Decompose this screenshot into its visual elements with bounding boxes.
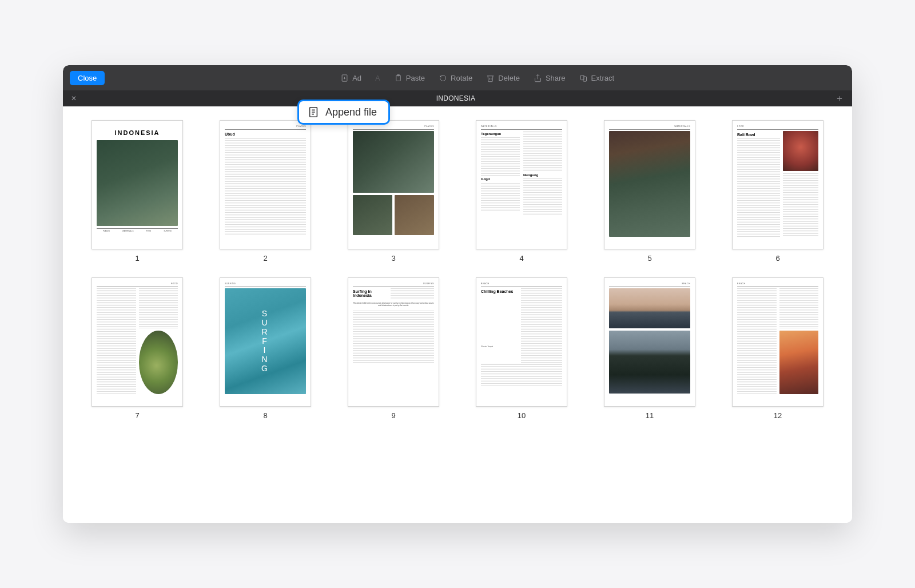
nav-tab: PLACES [103,231,110,233]
rotate-icon [439,74,447,82]
share-label: Share [546,74,566,82]
delete-label: Delete [498,74,520,82]
tab-bar: ✕ INDONESIA ＋ [63,90,852,106]
category-label: WATERFALLS [609,125,690,128]
page-number: 10 [518,411,526,420]
page-thumbnail[interactable]: PLACES [348,120,439,249]
page-heading: Ubud [225,132,306,137]
paste-button[interactable]: Paste [388,70,431,86]
page-thumbnail[interactable]: INDONESIA PLACES WATERFALLS FOOD SURFING [92,120,183,249]
append-file-label: Append file [325,106,377,118]
category-label: BEACH [737,283,818,285]
page-thumbnail[interactable]: PLACES Ubud [220,120,311,249]
page-cell: WATERFALLS 5 [592,120,707,263]
page-number: 7 [135,411,139,420]
page-thumbnail[interactable]: FOOD Bali Bowl [732,120,824,249]
page-heading: Bali Bowl [737,132,780,137]
share-icon [534,74,542,82]
page-cell: BEACH 11 [592,277,707,420]
subheading: Tegenungan [481,132,520,137]
page-number: 6 [775,254,779,263]
thumbnail-grid-area[interactable]: INDONESIA PLACES WATERFALLS FOOD SURFING… [63,106,852,523]
page-thumbnail[interactable]: SURFING SURFING [220,277,311,407]
extract-icon [579,74,588,82]
nav-tab: WATERFALLS [122,231,134,233]
add-label: Ad [352,74,361,82]
page-thumbnail[interactable]: WATERFALLS [604,120,695,249]
page-cell: BEACH 12 [721,277,835,420]
page-number: 5 [647,254,651,263]
append-file-callout[interactable]: Append file [297,100,390,125]
category-label: PLACES [225,125,306,128]
nav-tab: SURFING [164,231,172,233]
page-cell: PLACES Ubud 2 [208,120,323,263]
category-label: FOOD [737,125,818,128]
tab-title: INDONESIA [80,94,832,102]
trash-icon [486,74,495,82]
page-thumbnail[interactable]: BEACH [732,277,824,407]
delete-button[interactable]: Delete [480,70,526,86]
rotate-button[interactable]: Rotate [433,70,478,86]
page-cell: SURFING Surfing in Indonesia The island … [336,277,451,420]
category-label: SURFING [225,283,306,285]
app-window: Close Ad A Paste Rotate Delete [63,65,852,523]
page-cell: BEACH Chilling Beaches Uluwatu Temple [464,277,579,420]
tab-close-button[interactable]: ✕ [67,94,80,102]
page-cell: WATERFALLS Tegenungan Gitgit N [464,120,579,263]
emphasis-quote: The island of Bali is the most touristic… [353,303,434,307]
add-button[interactable]: Ad [335,70,367,86]
toolbar: Close Ad A Paste Rotate Delete [63,65,852,90]
paste-label: Paste [406,74,425,82]
page-cell: FOOD 7 [80,277,194,420]
page-number: 12 [774,411,782,420]
page-heading: Chilling Beaches [481,289,518,294]
append-file-icon [307,106,320,118]
page-number: 3 [391,254,395,263]
page-number: 9 [391,411,395,420]
share-button[interactable]: Share [528,70,571,86]
page-thumbnail[interactable]: BEACH Chilling Beaches Uluwatu Temple [476,277,567,407]
page-number: 1 [135,254,139,263]
toolbar-actions: Ad A Paste Rotate Delete Share [335,70,620,86]
nav-tab: FOOD [146,231,152,233]
page-heading: Surfing in Indonesia [353,289,388,298]
page-thumbnail[interactable]: BEACH [604,277,695,407]
plus-page-icon [340,74,349,82]
extract-label: Extract [591,74,614,82]
category-label: PLACES [353,125,434,128]
rotate-label: Rotate [451,74,472,82]
category-label: BEACH [481,283,562,285]
category-label: WATERFALLS [481,125,562,128]
page-thumbnail[interactable]: SURFING Surfing in Indonesia The island … [348,277,439,407]
category-label: SURFING [353,283,434,285]
page-cell: PLACES 3 [336,120,451,263]
image-caption: Uluwatu Temple [481,346,518,348]
page-number: 8 [263,411,267,420]
page-number: 11 [646,411,654,420]
category-label: FOOD [97,283,178,285]
page-cell: SURFING SURFING 8 [208,277,323,420]
category-label: BEACH [609,283,690,285]
page-number: 2 [263,254,267,263]
tab-add-button[interactable]: ＋ [832,93,848,105]
page-cell: FOOD Bali Bowl [721,120,835,263]
close-button[interactable]: Close [70,71,105,85]
page-thumbnail[interactable]: FOOD [92,277,183,407]
append-button-bg[interactable]: A [369,70,386,86]
thumbnail-grid: INDONESIA PLACES WATERFALLS FOOD SURFING… [80,120,835,420]
page-cell: INDONESIA PLACES WATERFALLS FOOD SURFING… [80,120,194,263]
extract-button[interactable]: Extract [574,70,620,86]
page-number: 4 [519,254,523,263]
paste-icon [394,74,403,82]
page-title: INDONESIA [97,129,178,137]
append-label-bg: A [375,74,380,82]
subheading: Nungung [523,173,562,178]
page-thumbnail[interactable]: WATERFALLS Tegenungan Gitgit N [476,120,567,249]
subheading: Gitgit [481,177,520,182]
